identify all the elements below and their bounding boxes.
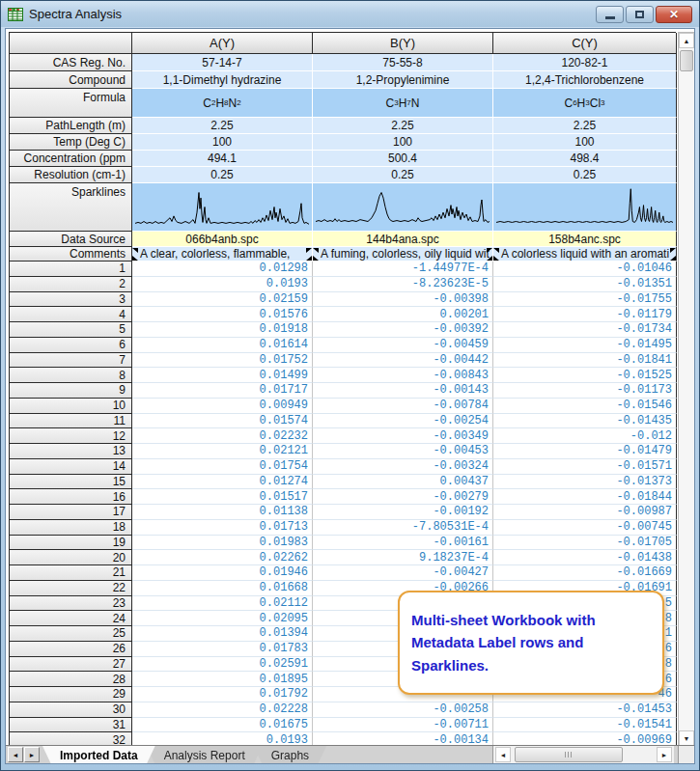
data-cell-b[interactable]: -7.80531E-4 xyxy=(313,520,493,536)
sparkline-cell-b[interactable] xyxy=(313,183,493,232)
data-cell-c[interactable]: -0.01435 xyxy=(493,414,677,429)
row-index-cell[interactable]: 27 xyxy=(10,657,132,673)
row-index-cell[interactable]: 14 xyxy=(10,459,132,475)
data-cell-b[interactable]: -8.23623E-5 xyxy=(313,277,493,292)
resolution-cell-b[interactable]: 0.25 xyxy=(313,167,493,183)
column-header-b[interactable]: B(Y) xyxy=(313,33,493,54)
data-cell-a[interactable]: 0.01713 xyxy=(132,520,313,536)
data-cell-a[interactable]: 0.01752 xyxy=(132,353,313,369)
data-cell-a[interactable]: 0.01918 xyxy=(132,322,313,338)
data-cell-a[interactable]: 0.01946 xyxy=(132,565,313,581)
formula-cell-b[interactable]: C3H7N xyxy=(313,89,493,118)
row-label-compound[interactable]: Compound xyxy=(10,71,132,89)
data-cell-c[interactable]: -0.01046 xyxy=(493,262,677,277)
row-index-cell[interactable]: 4 xyxy=(10,307,132,322)
data-cell-b[interactable]: -0.00161 xyxy=(313,536,493,551)
row-label-temp[interactable]: Temp (Deg C) xyxy=(10,134,132,151)
data-cell-b[interactable]: 0.00437 xyxy=(313,475,493,490)
data-cell-a[interactable]: 0.01675 xyxy=(132,718,313,733)
horizontal-scroll-thumb[interactable] xyxy=(515,747,623,762)
data-cell-b[interactable]: -0.00392 xyxy=(313,322,493,338)
tab-scroll-left-button[interactable]: ◄ xyxy=(8,747,23,762)
concentration-cell-b[interactable]: 500.4 xyxy=(313,151,493,167)
row-index-cell[interactable]: 16 xyxy=(10,489,132,505)
row-label-sparklines[interactable]: Sparklines xyxy=(10,183,132,232)
data-cell-b[interactable]: -0.00843 xyxy=(313,368,493,383)
data-cell-c[interactable]: -0.01755 xyxy=(493,292,677,308)
row-index-cell[interactable]: 26 xyxy=(10,642,132,657)
row-label-comments[interactable]: Comments xyxy=(10,247,132,262)
data-cell-c[interactable]: -0.01844 xyxy=(493,489,677,505)
data-cell-b[interactable]: -0.00192 xyxy=(313,505,493,520)
data-cell-c[interactable]: -0.01571 xyxy=(493,459,677,475)
data-cell-c[interactable]: -0.00745 xyxy=(493,520,677,536)
row-index-cell[interactable]: 12 xyxy=(10,428,132,444)
formula-cell-a[interactable]: C2H8N2 xyxy=(132,89,313,118)
data-cell-b[interactable]: 9.18237E-4 xyxy=(313,550,493,565)
data-source-cell-c[interactable]: 158b4anc.spc xyxy=(493,232,677,247)
data-cell-b[interactable]: -0.00254 xyxy=(313,414,493,429)
data-cell-b[interactable]: -0.00349 xyxy=(313,428,493,444)
row-label-concentration[interactable]: Concentration (ppm xyxy=(10,151,132,167)
data-cell-c[interactable]: -0.01669 xyxy=(493,565,677,581)
row-index-cell[interactable]: 6 xyxy=(10,338,132,353)
data-cell-a[interactable]: 0.01138 xyxy=(132,505,313,520)
row-index-cell[interactable]: 18 xyxy=(10,520,132,536)
row-index-cell[interactable]: 13 xyxy=(10,444,132,459)
data-cell-a[interactable]: 0.01298 xyxy=(132,262,313,277)
data-cell-a[interactable]: 0.02228 xyxy=(132,702,313,718)
concentration-cell-a[interactable]: 494.1 xyxy=(132,151,313,167)
row-index-cell[interactable]: 5 xyxy=(10,322,132,338)
data-cell-a[interactable]: 0.01783 xyxy=(132,642,313,657)
row-index-cell[interactable]: 1 xyxy=(10,262,132,277)
tab-graphs[interactable]: Graphs xyxy=(254,746,326,764)
data-cell-a[interactable]: 0.02232 xyxy=(132,428,313,444)
data-cell-c[interactable]: -0.01734 xyxy=(493,322,677,338)
scroll-left-button[interactable]: ◄ xyxy=(495,747,511,762)
row-index-cell[interactable]: 20 xyxy=(10,550,132,565)
column-header-c[interactable]: C(Y) xyxy=(493,33,677,54)
data-cell-c[interactable]: -0.01373 xyxy=(493,475,677,490)
data-cell-a[interactable]: 0.01574 xyxy=(132,414,313,429)
tab-analysis-report[interactable]: Analysis Report xyxy=(147,746,263,764)
row-index-cell[interactable]: 23 xyxy=(10,596,132,612)
data-source-cell-a[interactable]: 066b4anb.spc xyxy=(132,232,313,247)
minimize-button[interactable] xyxy=(596,6,624,23)
callout-annotation[interactable]: Multi-sheet Workbook with Metadata Label… xyxy=(398,591,664,695)
row-index-cell[interactable]: 10 xyxy=(10,399,132,414)
pathlength-cell-b[interactable]: 2.25 xyxy=(313,118,493,134)
row-index-cell[interactable]: 21 xyxy=(10,565,132,581)
data-source-cell-b[interactable]: 144b4ana.spc xyxy=(313,232,493,247)
data-cell-c[interactable]: -0.01546 xyxy=(493,399,677,414)
row-index-cell[interactable]: 3 xyxy=(10,292,132,308)
data-cell-a[interactable]: 0.01717 xyxy=(132,383,313,399)
row-index-cell[interactable]: 7 xyxy=(10,353,132,369)
data-cell-a[interactable]: 0.01517 xyxy=(132,489,313,505)
cas-cell-c[interactable]: 120-82-1 xyxy=(493,54,677,71)
compound-cell-b[interactable]: 1,2-Propylenimine xyxy=(313,71,493,89)
workbook-icon[interactable] xyxy=(8,7,23,22)
data-cell-b[interactable]: -0.00442 xyxy=(313,353,493,369)
data-cell-b[interactable]: -0.00453 xyxy=(313,444,493,459)
data-cell-a[interactable]: 0.01983 xyxy=(132,536,313,551)
row-index-cell[interactable]: 25 xyxy=(10,626,132,642)
pathlength-cell-a[interactable]: 2.25 xyxy=(132,118,313,134)
data-cell-b[interactable]: -0.00258 xyxy=(313,702,493,718)
data-cell-a[interactable]: 0.01668 xyxy=(132,581,313,596)
sparkline-cell-a[interactable] xyxy=(132,183,313,232)
corner-cell[interactable] xyxy=(10,33,132,54)
data-cell-c[interactable]: -0.00987 xyxy=(493,505,677,520)
data-cell-b[interactable]: -0.00427 xyxy=(313,565,493,581)
data-cell-a[interactable]: 0.01274 xyxy=(132,475,313,490)
compound-cell-c[interactable]: 1,2,4-Trichlorobenzene xyxy=(493,71,677,89)
cas-cell-b[interactable]: 75-55-8 xyxy=(313,54,493,71)
row-index-cell[interactable]: 28 xyxy=(10,672,132,687)
data-cell-c[interactable]: -0.01438 xyxy=(493,550,677,565)
row-index-cell[interactable]: 9 xyxy=(10,383,132,399)
data-cell-a[interactable]: 0.01754 xyxy=(132,459,313,475)
row-index-cell[interactable]: 17 xyxy=(10,505,132,520)
data-cell-a[interactable]: 0.01895 xyxy=(132,672,313,687)
row-index-cell[interactable]: 8 xyxy=(10,368,132,383)
scroll-right-button[interactable]: ► xyxy=(657,747,672,762)
row-label-formula[interactable]: Formula xyxy=(10,89,132,118)
